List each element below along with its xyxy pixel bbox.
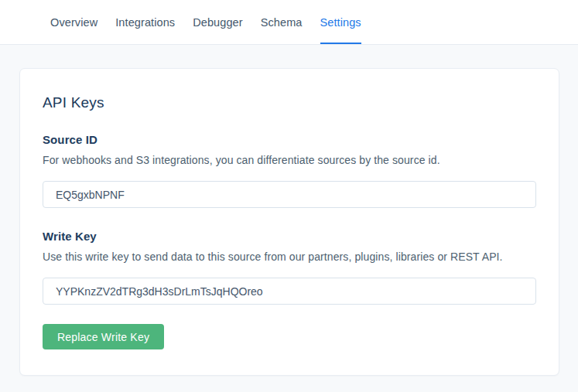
tab-schema[interactable]: Schema (261, 0, 303, 44)
write-key-input[interactable] (43, 278, 536, 305)
source-id-input[interactable] (43, 181, 536, 208)
tab-overview[interactable]: Overview (50, 0, 97, 44)
write-key-label: Write Key (43, 230, 536, 243)
source-id-description: For webhooks and S3 integrations, you ca… (43, 154, 536, 166)
tab-settings[interactable]: Settings (320, 0, 361, 44)
api-keys-title: API Keys (43, 94, 536, 111)
tab-debugger[interactable]: Debugger (193, 0, 243, 44)
tab-bar: Overview Integrations Debugger Schema Se… (0, 0, 578, 45)
replace-write-key-button[interactable]: Replace Write Key (43, 324, 164, 349)
source-id-label: Source ID (43, 133, 536, 146)
tab-integrations[interactable]: Integrations (115, 0, 175, 44)
write-key-description: Use this write key to send data to this … (43, 251, 536, 263)
settings-page-content: API Keys Source ID For webhooks and S3 i… (0, 45, 578, 376)
api-keys-card: API Keys Source ID For webhooks and S3 i… (19, 68, 559, 376)
